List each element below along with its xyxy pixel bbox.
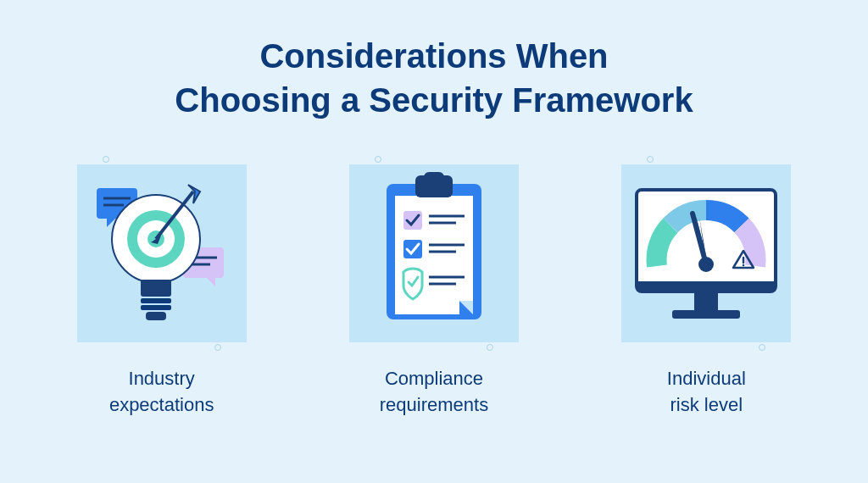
- svg-rect-28: [637, 281, 776, 291]
- card-caption: Industry expectations: [109, 366, 214, 419]
- svg-rect-8: [141, 298, 171, 303]
- card-compliance: Compliance requirements: [323, 164, 544, 419]
- svg-rect-9: [141, 305, 171, 310]
- svg-point-34: [743, 264, 745, 267]
- svg-rect-29: [694, 291, 718, 310]
- svg-rect-7: [141, 280, 171, 297]
- card-row: Industry expectations: [51, 164, 817, 419]
- icon-tile-risk: [621, 164, 791, 342]
- lightbulb-target-icon: [90, 173, 234, 334]
- card-caption: Individual risk level: [667, 366, 746, 419]
- card-caption: Compliance requirements: [380, 366, 488, 419]
- svg-point-32: [698, 257, 714, 272]
- icon-tile-industry: [77, 164, 247, 342]
- card-industry: Industry expectations: [51, 164, 272, 419]
- page-title: Considerations When Choosing a Security …: [175, 34, 693, 122]
- svg-rect-10: [146, 312, 166, 320]
- svg-rect-30: [672, 310, 740, 319]
- icon-tile-compliance: [349, 164, 519, 342]
- clipboard-checklist-icon: [366, 169, 502, 338]
- monitor-gauge-icon: [621, 173, 791, 334]
- card-risk: Individual risk level: [596, 164, 817, 419]
- svg-rect-18: [424, 172, 444, 182]
